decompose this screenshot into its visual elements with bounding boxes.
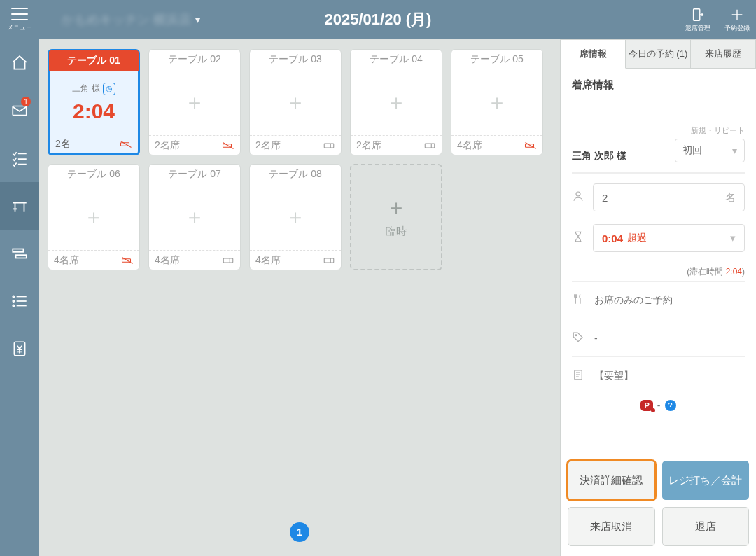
- left-rail: 1: [0, 39, 39, 556]
- table-capacity: 4名席: [54, 254, 79, 267]
- list-icon: [10, 292, 29, 310]
- table-name: テーブル 05: [451, 50, 542, 69]
- tab-today-resv[interactable]: 今日の予約 (1): [626, 39, 691, 69]
- rail-messages[interactable]: 1: [0, 87, 39, 134]
- seat-only-label: お席のみのご予約: [594, 294, 673, 307]
- add-icon: ＋: [83, 207, 104, 228]
- rail-home[interactable]: [0, 39, 39, 87]
- table-card[interactable]: テーブル 05＋4名席: [451, 49, 543, 155]
- timeline-icon: [10, 244, 29, 263]
- svg-rect-10: [324, 144, 334, 148]
- elapsed-time-select[interactable]: 0:04 超過 ▾: [593, 224, 745, 252]
- svg-point-6: [13, 305, 14, 306]
- rail-tables[interactable]: [0, 182, 39, 230]
- table-name: テーブル 02: [149, 50, 240, 69]
- table-card[interactable]: テーブル 01三角 様◷2:042名: [48, 49, 140, 155]
- table-name: テーブル 07: [149, 165, 240, 184]
- no-smoking-icon: [121, 256, 134, 265]
- table-card[interactable]: テーブル 04＋2名席: [350, 49, 442, 155]
- table-name: テーブル 04: [351, 50, 442, 69]
- add-icon: ＋: [285, 92, 306, 113]
- table-capacity: 2名: [55, 138, 71, 151]
- cutlery-icon: [572, 293, 584, 307]
- add-reservation-button[interactable]: 予約登録: [717, 0, 756, 39]
- yen-device-icon: [10, 340, 29, 358]
- tag-icon: [572, 331, 584, 345]
- svg-point-17: [575, 335, 577, 336]
- no-smoking-icon: [222, 141, 234, 151]
- seat-type-icon: [323, 256, 335, 265]
- table-name: テーブル 08: [250, 165, 341, 184]
- table-card[interactable]: テーブル 08＋4名席: [249, 164, 342, 270]
- checklist-icon: [10, 149, 29, 167]
- svg-point-5: [13, 300, 14, 302]
- seat-type-icon: [222, 256, 234, 265]
- table-card[interactable]: テーブル 02＋2名席: [148, 49, 241, 155]
- person-icon: [572, 190, 584, 205]
- svg-rect-1: [13, 106, 27, 116]
- plus-icon: ＋: [386, 197, 407, 218]
- chevron-down-icon: ▾: [730, 232, 736, 244]
- store-name[interactable]: かもめキッチン 横浜店: [62, 11, 195, 28]
- table-capacity: 2名席: [356, 139, 382, 152]
- register-button[interactable]: レジ打ち／会計: [662, 461, 750, 500]
- help-icon[interactable]: ?: [665, 400, 676, 411]
- table-seat-icon: [10, 197, 29, 215]
- no-smoking-icon: [524, 141, 537, 151]
- leave-mgmt-button[interactable]: 退店管理: [678, 0, 717, 39]
- svg-point-16: [576, 192, 580, 196]
- pager: 1: [290, 522, 309, 542]
- svg-rect-3: [16, 255, 27, 258]
- table-area: テーブル 01三角 様◷2:042名テーブル 02＋2名席テーブル 03＋2名席…: [39, 39, 560, 556]
- svg-point-4: [13, 296, 14, 297]
- table-card[interactable]: テーブル 07＋4名席: [148, 164, 241, 270]
- svg-rect-11: [425, 144, 435, 148]
- date-title[interactable]: 2025/01/20 (月): [325, 9, 432, 30]
- table-capacity: 4名席: [255, 254, 281, 267]
- table-card[interactable]: テーブル 03＋2名席: [249, 49, 342, 155]
- customer-name: 三角 次郎 様: [572, 150, 626, 162]
- svg-rect-2: [13, 249, 23, 252]
- note-icon: [572, 368, 584, 383]
- store-caret-icon: ▾: [195, 14, 200, 25]
- points-row: P - ?: [572, 394, 745, 421]
- rail-list[interactable]: [0, 277, 39, 325]
- top-header: メニュー かもめキッチン 横浜店 ▾ 2025/01/20 (月) 退店管理 予…: [0, 0, 756, 39]
- add-icon: ＋: [285, 207, 306, 228]
- tag-value: -: [594, 333, 598, 344]
- guest-name: 三角 様◷: [72, 83, 115, 95]
- rail-payment[interactable]: [0, 325, 39, 373]
- party-size-input[interactable]: 2 名: [593, 183, 745, 211]
- door-icon: [690, 7, 706, 22]
- tab-visit-history[interactable]: 来店履歴: [691, 39, 756, 69]
- seat-type-icon: [323, 141, 335, 151]
- table-name: テーブル 01: [49, 50, 139, 71]
- table-card[interactable]: テーブル 06＋4名席: [48, 164, 140, 270]
- table-capacity: 4名席: [155, 254, 180, 267]
- add-icon: ＋: [486, 92, 507, 113]
- plus-icon: [729, 7, 745, 22]
- elapsed-time: 2:04: [73, 99, 115, 123]
- rail-tasks[interactable]: [0, 134, 39, 182]
- add-icon: ＋: [386, 92, 407, 113]
- right-panel: 席情報 今日の予約 (1) 来店履歴 着席情報 三角 次郎 様 新規・リピート …: [560, 39, 756, 556]
- menu-button[interactable]: メニュー: [0, 0, 39, 39]
- tab-seat-info[interactable]: 席情報: [561, 39, 626, 69]
- leave-button[interactable]: 退店: [662, 507, 750, 546]
- payment-detail-button[interactable]: 決済詳細確認: [568, 461, 655, 500]
- panel-title: 着席情報: [572, 78, 745, 92]
- temp-table-button[interactable]: ＋臨時: [350, 164, 442, 270]
- hourglass-icon: [572, 230, 584, 246]
- table-capacity: 2名席: [155, 139, 180, 152]
- home-icon: [10, 54, 29, 72]
- temp-table-label: 臨時: [386, 225, 407, 238]
- repeat-label: 新規・リピート: [675, 125, 745, 136]
- repeat-select[interactable]: 初回 ▾: [675, 139, 745, 162]
- table-name: テーブル 06: [48, 165, 139, 184]
- rail-schedule[interactable]: [0, 230, 39, 277]
- chevron-down-icon: ▾: [732, 145, 737, 156]
- page-1[interactable]: 1: [290, 522, 309, 542]
- stay-time-note: (滞在時間 2:04): [572, 266, 745, 278]
- cancel-visit-button[interactable]: 来店取消: [568, 507, 655, 546]
- svg-rect-15: [324, 258, 334, 263]
